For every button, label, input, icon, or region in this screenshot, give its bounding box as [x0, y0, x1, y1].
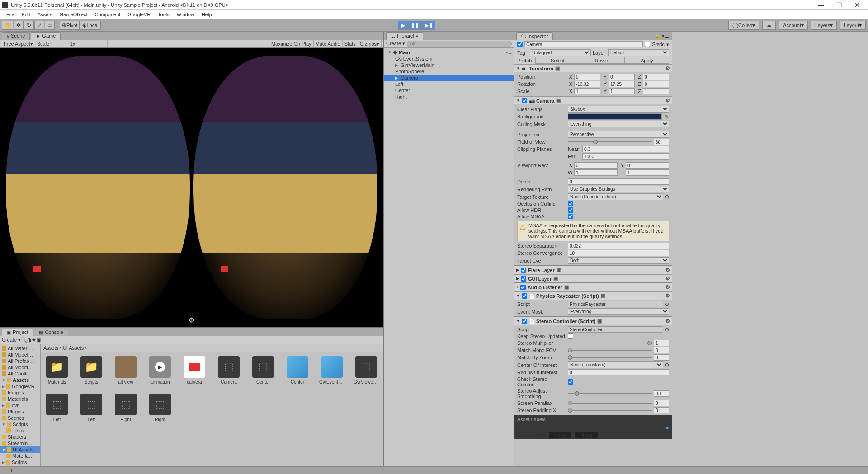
- hier-item[interactable]: Left: [384, 81, 514, 87]
- gui-layer-component[interactable]: ▶GUI Layer▣⚙: [514, 275, 672, 282]
- menu-edit[interactable]: Edit: [18, 11, 34, 18]
- scale-x[interactable]: [574, 88, 600, 94]
- fov-field[interactable]: [654, 139, 669, 145]
- bundle-name-dropdown[interactable]: None: [549, 432, 571, 438]
- max-on-play-toggle[interactable]: Maximize On Play: [269, 40, 314, 47]
- pos-y[interactable]: [609, 74, 635, 80]
- menu-tools[interactable]: Tools: [154, 11, 173, 18]
- stereo-sep-field[interactable]: [568, 243, 669, 249]
- camera-enabled[interactable]: [522, 98, 527, 103]
- fov-slider[interactable]: [568, 140, 652, 144]
- create-dropdown[interactable]: Create ▾: [2, 337, 21, 343]
- hand-tool[interactable]: ✋: [2, 21, 13, 30]
- asset-grid[interactable]: Assets › UI Assets › 📁Materials📁Scriptsa…: [41, 344, 383, 466]
- asset-item[interactable]: ⬚GvrViewer…: [354, 356, 379, 385]
- layers-dropdown[interactable]: Layers ▾: [811, 21, 837, 30]
- hierarchy-search[interactable]: [407, 41, 512, 47]
- vrect-y[interactable]: [626, 162, 669, 169]
- menu-component[interactable]: Component: [91, 11, 124, 18]
- cloud-button[interactable]: ☁: [762, 21, 776, 30]
- game-viewport[interactable]: ⚙: [0, 48, 383, 327]
- menu-window[interactable]: Window: [173, 11, 198, 18]
- scene-tab[interactable]: # Scene: [2, 32, 30, 40]
- rotate-tool[interactable]: ↻: [24, 21, 34, 30]
- menu-file[interactable]: File: [3, 11, 18, 18]
- culling-mask-dropdown[interactable]: Everything: [568, 121, 669, 127]
- asset-item[interactable]: ▶animation: [147, 356, 173, 385]
- pause-button[interactable]: ❚❚: [408, 21, 422, 30]
- coi-field[interactable]: None (Transform): [568, 361, 663, 368]
- stereo-comfort-checkbox[interactable]: [568, 379, 573, 385]
- asset-item[interactable]: ⬚Right: [113, 394, 138, 422]
- asset-item[interactable]: ⬚Right: [147, 394, 173, 422]
- play-button[interactable]: ▶: [398, 21, 408, 30]
- gizmos-dropdown[interactable]: Gizmos ▾: [358, 40, 382, 47]
- pivot-toggle[interactable]: ⊕ Pivot: [60, 21, 80, 30]
- menu-googlevr[interactable]: GoogleVR: [124, 11, 154, 18]
- search-icon[interactable]: 🔍: [21, 337, 27, 343]
- projection-dropdown[interactable]: Perspective: [568, 131, 669, 138]
- target-texture-field[interactable]: None (Render Texture): [568, 193, 663, 200]
- scale-y[interactable]: [609, 88, 635, 94]
- rot-y[interactable]: [609, 81, 635, 87]
- prefab-revert-button[interactable]: Revert: [580, 57, 625, 64]
- render-path-dropdown[interactable]: Use Graphics Settings: [568, 186, 669, 192]
- hierarchy-tab[interactable]: ☷ Hierarchy: [386, 32, 423, 40]
- close-button[interactable]: ✕: [848, 0, 866, 10]
- gear-icon[interactable]: ⚙: [665, 98, 670, 103]
- asset-item[interactable]: ⬚Camera: [216, 356, 241, 385]
- warning-icon[interactable]: ⚠: [3, 468, 7, 474]
- asset-item[interactable]: 📁Materials: [44, 356, 70, 385]
- stats-toggle[interactable]: Stats: [343, 40, 358, 47]
- inspector-tab[interactable]: ⓘ Inspector: [516, 32, 553, 40]
- vrect-w[interactable]: [574, 169, 618, 176]
- rect-tool[interactable]: ▭: [45, 21, 55, 30]
- pos-x[interactable]: [574, 74, 600, 80]
- aspect-dropdown[interactable]: Free Aspect ▾: [2, 40, 35, 47]
- padding-slider[interactable]: [568, 408, 652, 413]
- breadcrumb[interactable]: Assets › UI Assets ›: [41, 344, 383, 352]
- stereo-mult-slider[interactable]: [568, 341, 652, 345]
- asset-item[interactable]: alt view: [113, 356, 138, 385]
- scale-slider[interactable]: Scale ○───── 1x: [35, 40, 108, 47]
- vr-settings-icon[interactable]: ⚙: [189, 316, 195, 324]
- zoom-slider[interactable]: [568, 355, 652, 360]
- stereo-conv-field[interactable]: [568, 250, 669, 256]
- game-tab[interactable]: ► Game: [31, 32, 61, 40]
- roi-field[interactable]: [568, 369, 669, 375]
- gameobject-name-field[interactable]: [524, 41, 643, 47]
- vrect-h[interactable]: [626, 169, 669, 176]
- help-icon[interactable]: ▣: [556, 98, 561, 103]
- rot-x[interactable]: [574, 81, 600, 87]
- gameobject-active-checkbox[interactable]: [517, 42, 523, 47]
- hierarchy-tree[interactable]: ▼◈ Main▾☰ GvrEventSystem ▶GvrViewerMain …: [384, 48, 514, 466]
- hdr-checkbox[interactable]: [568, 207, 573, 213]
- mute-audio-toggle[interactable]: Mute Audio: [314, 40, 343, 47]
- parallax-slider[interactable]: [568, 401, 652, 405]
- clear-flags-dropdown[interactable]: Skybox: [568, 106, 669, 113]
- near-field[interactable]: [582, 146, 669, 152]
- target-eye-dropdown[interactable]: Both: [568, 257, 669, 264]
- asset-item[interactable]: GvrEventS…: [319, 356, 344, 385]
- asset-item[interactable]: Center: [285, 356, 310, 385]
- local-toggle[interactable]: ◈ Local: [80, 21, 100, 30]
- bundle-variant-dropdown[interactable]: None: [575, 432, 598, 438]
- layout-dropdown[interactable]: Layout ▾: [840, 21, 866, 30]
- hier-item[interactable]: PhotoSphere: [384, 68, 514, 75]
- asset-item[interactable]: 📁Scripts: [79, 356, 104, 385]
- lock-icon[interactable]: 🔒 ▾☰: [651, 32, 672, 40]
- step-button[interactable]: ▶❚: [422, 21, 435, 30]
- scale-z[interactable]: [643, 88, 669, 94]
- depth-field[interactable]: [568, 178, 669, 185]
- msaa-checkbox[interactable]: [568, 214, 573, 219]
- asset-item[interactable]: camera: [182, 356, 207, 385]
- tag-add-icon[interactable]: ●: [665, 424, 669, 430]
- keep-stereo-checkbox[interactable]: [568, 333, 573, 339]
- asset-item[interactable]: ⬚Left: [44, 394, 70, 422]
- hier-item[interactable]: Center: [384, 87, 514, 94]
- save-icon[interactable]: ▣: [36, 337, 41, 343]
- help-icon[interactable]: ▣: [555, 66, 560, 71]
- account-dropdown[interactable]: Account ▾: [779, 21, 808, 30]
- pos-z[interactable]: [643, 74, 669, 80]
- asset-item[interactable]: ⬚Center: [250, 356, 276, 385]
